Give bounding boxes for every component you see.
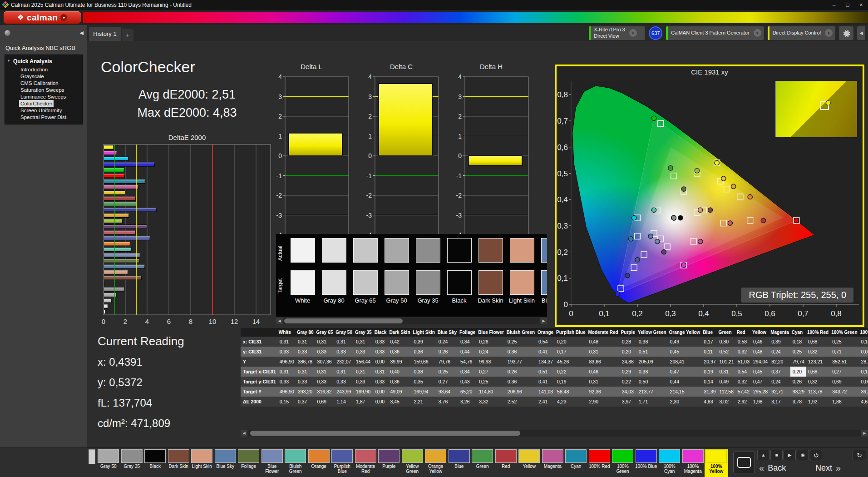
cell-y-cie31-yellow[interactable]: 0,48	[751, 347, 769, 357]
cell-e-2000-yellow[interactable]: 1,98	[751, 397, 769, 407]
cell-target-y-orange-yellow[interactable]: 214,15	[668, 387, 702, 397]
cell-target-x-cie31-white[interactable]: 0,31	[277, 367, 296, 377]
cell-target-y-cie31-100-red[interactable]: 0,32	[806, 377, 830, 387]
cell-y-cie31-light-skin[interactable]: 0,36	[412, 347, 436, 357]
cell-e-2000-blue[interactable]: 4,83	[701, 397, 717, 407]
pattern-tile-black[interactable]: Black	[143, 449, 167, 477]
cell-x-cie31-blue-flower[interactable]: 0,26	[477, 337, 505, 347]
cell-e-2000-light-skin[interactable]: 2,21	[412, 397, 436, 407]
scroll-right-icon[interactable]: ▶	[861, 430, 868, 437]
cell-y-cie31-purple[interactable]: 0,20	[620, 347, 636, 357]
close-icon[interactable]: ×	[854, 0, 868, 10]
cell-target-y-cie31-gray-65[interactable]: 0,33	[315, 377, 335, 387]
cell-y-cie31-gray-80[interactable]: 0,33	[296, 347, 315, 357]
panel-collapse-button[interactable]: ◀	[857, 26, 865, 40]
cell-e-2000-purplish-blue[interactable]: 4,23	[555, 397, 587, 407]
cell-y-cie31-gray-50[interactable]: 0,33	[334, 347, 354, 357]
cell-e-2000-100-blue[interactable]: 4,67	[859, 397, 868, 407]
cell-target-y-blue[interactable]: 31,39	[701, 387, 717, 397]
cell-y-cie31-blue-sky[interactable]: 0,26	[436, 347, 458, 357]
cell-e-2000-green[interactable]: 3,02	[717, 397, 735, 407]
cell-target-y-cie31-bluish-green[interactable]: 0,36	[505, 377, 536, 387]
sidebar-item-grayscale[interactable]: Grayscale	[19, 73, 45, 80]
pattern-tile-blue[interactable]: Blue	[448, 449, 471, 477]
cell-e-2000-gray-35[interactable]: 1,87	[354, 397, 373, 407]
sidebar-item-cms-calibration[interactable]: CMS Calibration	[19, 80, 60, 86]
cell-y-cie31-black[interactable]: 0,33	[373, 347, 388, 357]
scroll-right-icon[interactable]: ▶	[540, 318, 547, 324]
cell-target-y-gray-35[interactable]: 169,90	[354, 387, 373, 397]
cell-target-y-cyan[interactable]: 93,29	[790, 387, 806, 397]
sidebar-item-luminance-sweeps[interactable]: Luminance Sweeps	[19, 93, 67, 100]
cell-y-cie31-moderate-red[interactable]: 0,31	[587, 347, 620, 357]
cell-e-2000-magenta[interactable]: 3,17	[769, 397, 790, 407]
cell-e-2000-white[interactable]: 0,15	[277, 397, 296, 407]
cell-target-x-cie31-cyan[interactable]: 0,20	[790, 367, 806, 377]
cell-e-2000-100-red[interactable]: 1,92	[806, 397, 830, 407]
cell-target-x-cie31-green[interactable]: 0,31	[717, 367, 735, 377]
add-tab-button[interactable]: +	[122, 29, 133, 41]
cell-target-y-cie31-orange-yellow[interactable]: 0,44	[668, 377, 702, 387]
cell-x-cie31-purplish-blue[interactable]: 0,20	[555, 337, 587, 347]
next-button[interactable]: Next »	[815, 462, 841, 474]
cell-e-2000-bluish-green[interactable]: 2,52	[505, 397, 536, 407]
cell-target-x-cie31-red[interactable]: 0,54	[735, 367, 751, 377]
cell-y-cie31-100-green[interactable]: 0,71	[830, 347, 858, 357]
cell-x-cie31-gray-80[interactable]: 0,31	[296, 337, 315, 347]
pattern-tile-foliage[interactable]: Foliage	[237, 449, 261, 477]
cell-target-y-cie31-100-blue[interactable]: 0,06	[859, 377, 868, 387]
cell-e-2000-dark-skin[interactable]: 3,45	[388, 397, 411, 407]
cell-target-x-cie31-blue-flower[interactable]: 0,27	[477, 367, 505, 377]
cell-x-cie31-gray-65[interactable]: 0,31	[315, 337, 335, 347]
cell-e-2000-blue-sky[interactable]: 3,76	[436, 397, 458, 407]
pattern-tile-light-skin[interactable]: Light Skin	[190, 449, 214, 477]
cell-e-2000-blue-flower[interactable]: 3,32	[477, 397, 505, 407]
cell-target-x-cie31-black[interactable]: 0,31	[373, 367, 388, 377]
cell-x-cie31-green[interactable]: 0,30	[717, 337, 735, 347]
cell-x-cie31-gray-35[interactable]: 0,31	[354, 337, 373, 347]
cell-target-x-cie31-moderate-red[interactable]: 0,46	[587, 367, 620, 377]
cell-target-y-cie31-gray-35[interactable]: 0,33	[354, 377, 373, 387]
sidebar-item-spectral-power-dist[interactable]: Spectral Power Dist.	[19, 114, 69, 120]
cell-target-y-gray-50[interactable]: 243,99	[334, 387, 354, 397]
cell-y-cie31-orange-yellow[interactable]: 0,45	[668, 347, 702, 357]
pattern-tile-100-yellow[interactable]: 100% Yellow	[705, 449, 728, 477]
sidebar-item-colorchecker[interactable]: ColorChecker	[19, 100, 54, 107]
cell-target-y-black[interactable]: 0,00	[373, 387, 388, 397]
pattern-tile-magenta[interactable]: Magenta	[541, 449, 565, 477]
cell-x-cie31-dark-skin[interactable]: 0,42	[388, 337, 411, 347]
settings-button[interactable]	[839, 26, 853, 40]
cell-x-cie31-cyan[interactable]: 0,18	[790, 337, 806, 347]
back-button[interactable]: « Back	[759, 462, 786, 474]
cell-x-cie31-purple[interactable]: 0,28	[620, 337, 636, 347]
cell-e-2000-black[interactable]: 0,00	[373, 397, 388, 407]
cell-y-cyan[interactable]: 79,74	[790, 357, 806, 367]
cell-y-purple[interactable]: 24,88	[620, 357, 636, 367]
source-dropdown[interactable]: CalMAN Client 3 Pattern Generator ▾	[666, 26, 764, 40]
cell-target-x-cie31-100-green[interactable]: 0,27	[830, 367, 858, 377]
cell-target-x-cie31-gray-65[interactable]: 0,31	[315, 367, 335, 377]
cell-y-cie31-white[interactable]: 0,33	[277, 347, 296, 357]
cell-target-x-cie31-magenta[interactable]: 0,37	[769, 367, 790, 377]
cell-target-y-purple[interactable]: 34,03	[620, 387, 636, 397]
cell-y-cie31-blue-flower[interactable]: 0,24	[477, 347, 505, 357]
cell-x-cie31-magenta[interactable]: 0,39	[769, 337, 790, 347]
cell-target-y-cie31-foliage[interactable]: 0,43	[458, 377, 477, 387]
swatch-scrollbar[interactable]: ◀ ▶	[276, 318, 547, 324]
cell-e-2000-purple[interactable]: 3,97	[620, 397, 636, 407]
cell-target-y-yellow-green[interactable]: 213,77	[636, 387, 668, 397]
cell-y-cie31-magenta[interactable]: 0,24	[769, 347, 790, 357]
cell-target-y-cie31-orange[interactable]: 0,41	[536, 377, 555, 387]
cell-y-dark-skin[interactable]: 39,99	[388, 357, 411, 367]
cell-e-2000-gray-50[interactable]: 1,14	[334, 397, 354, 407]
cell-target-x-cie31-100-blue[interactable]: 0,15	[859, 367, 868, 377]
calman-menu-button[interactable]: ❖ calman ▾	[4, 11, 81, 24]
cell-y-gray-50[interactable]: 232,07	[334, 357, 354, 367]
cell-target-y-dark-skin[interactable]: 49,09	[388, 387, 411, 397]
pattern-tile-orange[interactable]: Orange	[307, 449, 331, 477]
cell-target-y-orange[interactable]: 141,03	[536, 387, 555, 397]
cell-target-y-moderate-red[interactable]: 92,36	[587, 387, 620, 397]
cell-x-cie31-blue[interactable]: 0,17	[701, 337, 717, 347]
cell-x-cie31-100-red[interactable]: 0,68	[806, 337, 830, 347]
cell-y-cie31-green[interactable]: 0,52	[717, 347, 735, 357]
